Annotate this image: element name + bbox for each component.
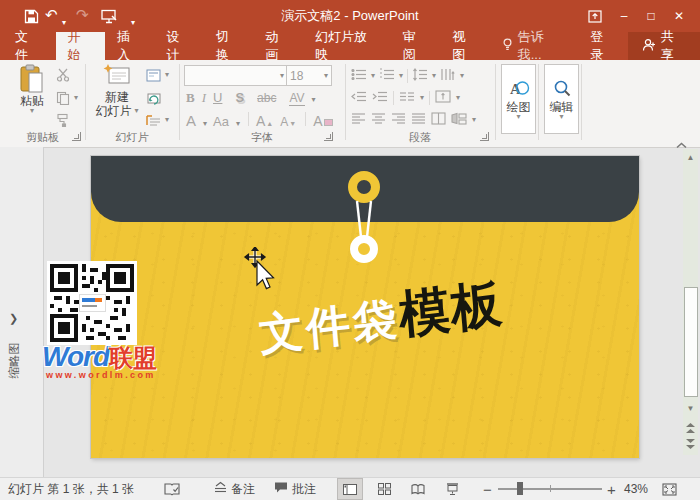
numbering-icon[interactable] xyxy=(379,67,395,85)
zoom-slider-thumb[interactable] xyxy=(517,482,523,495)
smartart-convert-icon[interactable] xyxy=(451,111,467,129)
change-case-button[interactable]: Aa xyxy=(213,114,229,129)
bold-button[interactable]: B xyxy=(186,90,195,106)
qr-code-watermark xyxy=(47,261,137,345)
ribbon-display-options-icon[interactable] xyxy=(582,5,608,27)
fit-to-window-icon[interactable] xyxy=(662,478,677,500)
line-spacing-dropdown-icon[interactable]: ▾ xyxy=(432,73,436,79)
layout-dropdown-icon[interactable]: ▾ xyxy=(165,72,169,78)
sign-in-button[interactable]: 登录 xyxy=(578,32,628,60)
new-slide-button[interactable]: 新建 幻灯片▾ xyxy=(92,64,142,118)
scroll-up-icon[interactable]: ▲ xyxy=(683,150,698,164)
tab-file[interactable]: 文件 xyxy=(0,32,56,60)
numbering-dropdown-icon[interactable]: ▾ xyxy=(399,73,403,79)
font-dialog-launcher[interactable] xyxy=(324,132,333,141)
section-icon[interactable] xyxy=(146,113,161,131)
clear-formatting-button[interactable]: A xyxy=(313,113,332,129)
bullets-dropdown-icon[interactable]: ▾ xyxy=(371,73,375,79)
notes-toggle[interactable]: 备注 xyxy=(214,478,255,500)
zoom-percentage[interactable]: 43% xyxy=(624,478,648,500)
columns-dropdown-icon[interactable]: ▾ xyxy=(420,95,424,101)
drawing-button[interactable]: A 绘图 ▾ xyxy=(501,64,536,134)
slideshow-view-button[interactable] xyxy=(440,479,464,499)
font-color-dropdown-icon[interactable]: ▾ xyxy=(203,121,207,127)
clipboard-dialog-launcher[interactable] xyxy=(72,132,81,141)
copy-icon[interactable] xyxy=(56,91,70,109)
zoom-in-button[interactable]: + xyxy=(607,478,616,500)
underline-button[interactable]: U xyxy=(213,90,222,105)
normal-view-button[interactable] xyxy=(338,479,362,499)
align-text-dropdown-icon[interactable]: ▾ xyxy=(456,95,460,101)
smartart-dropdown-icon[interactable]: ▾ xyxy=(472,117,476,123)
line-spacing-icon[interactable] xyxy=(412,67,428,85)
align-right-icon[interactable] xyxy=(391,111,406,129)
scrollbar-thumb[interactable] xyxy=(684,287,698,397)
tab-animations[interactable]: 动画 xyxy=(254,32,304,60)
comments-toggle[interactable]: 批注 xyxy=(274,478,316,500)
ribbon-tab-row: 文件 开始 插入 设计 切换 动画 幻灯片放映 审阅 视图 告诉我... 登录 … xyxy=(0,32,700,60)
vertical-scrollbar[interactable]: ▲ ▼ xyxy=(683,149,698,455)
reading-view-button[interactable] xyxy=(406,479,430,499)
tab-review[interactable]: 审阅 xyxy=(391,32,441,60)
editing-button[interactable]: 编辑 ▾ xyxy=(544,64,579,134)
reset-slide-icon[interactable] xyxy=(146,91,161,109)
text-direction-icon[interactable] xyxy=(440,67,456,85)
increase-indent-icon[interactable] xyxy=(372,89,388,107)
italic-button[interactable]: I xyxy=(202,90,206,106)
tab-insert[interactable]: 插入 xyxy=(105,32,155,60)
decrease-indent-icon[interactable] xyxy=(351,89,367,107)
strikethrough-button[interactable]: abc xyxy=(257,91,276,105)
shrink-font-button[interactable]: A▼ xyxy=(280,115,296,129)
text-direction-dropdown-icon[interactable]: ▾ xyxy=(460,73,464,79)
zoom-out-button[interactable]: − xyxy=(483,478,492,500)
expand-pane-chevron-icon[interactable]: ❯ xyxy=(9,312,18,325)
grow-font-button[interactable]: A▲ xyxy=(256,113,273,129)
slide-canvas[interactable]: 文件袋模板 xyxy=(91,156,639,458)
spacing-dropdown-icon[interactable]: ▾ xyxy=(312,97,316,103)
thumbnails-pane-label: 缩略图 xyxy=(6,340,23,382)
paragraph-dialog-launcher[interactable] xyxy=(480,132,489,141)
character-spacing-button[interactable]: AV xyxy=(289,91,304,106)
previous-slide-icon[interactable] xyxy=(683,421,698,435)
thumbnails-pane-collapsed[interactable]: ❯ 缩略图 xyxy=(0,147,44,477)
section-dropdown-icon[interactable]: ▾ xyxy=(165,117,169,123)
paragraph-group-label: 段落 xyxy=(345,130,495,145)
split-columns-icon[interactable] xyxy=(431,111,446,129)
format-painter-icon[interactable] xyxy=(56,113,70,131)
align-left-icon[interactable] xyxy=(351,111,366,129)
string-tie-bottom-ring-shape[interactable] xyxy=(350,235,378,263)
tab-view[interactable]: 视图 xyxy=(440,32,490,60)
change-case-dropdown-icon[interactable]: ▾ xyxy=(236,121,240,127)
align-text-icon[interactable] xyxy=(435,89,451,107)
cut-icon[interactable] xyxy=(56,68,71,86)
font-name-combobox[interactable]: ▾ xyxy=(184,65,288,86)
font-extra-row: A ▾ Aa ▾ A▲ A▼ A xyxy=(186,112,340,129)
lightbulb-icon xyxy=(502,38,513,54)
tab-slideshow[interactable]: 幻灯片放映 xyxy=(303,32,391,60)
maximize-button[interactable]: □ xyxy=(638,5,664,27)
bullets-icon[interactable] xyxy=(351,67,367,85)
justify-icon[interactable] xyxy=(411,111,426,129)
spell-check-icon[interactable] xyxy=(164,478,180,500)
layout-icon[interactable] xyxy=(146,68,161,86)
tab-transitions[interactable]: 切换 xyxy=(204,32,254,60)
share-button[interactable]: 共享 xyxy=(628,32,700,60)
tell-me-box[interactable]: 告诉我... xyxy=(490,32,579,60)
next-slide-icon[interactable] xyxy=(683,437,698,451)
close-button[interactable]: ✕ xyxy=(666,5,692,27)
font-size-combobox[interactable]: 18▾ xyxy=(286,65,332,86)
wordlm-logo-lianmeng: 联盟 xyxy=(109,344,157,371)
text-shadow-button[interactable]: S xyxy=(235,90,244,105)
tab-home[interactable]: 开始 xyxy=(56,32,106,60)
minimize-button[interactable]: – xyxy=(611,5,637,27)
add-columns-icon[interactable] xyxy=(399,89,415,107)
font-color-button[interactable]: A xyxy=(186,112,196,129)
align-center-icon[interactable] xyxy=(371,111,386,129)
copy-dropdown-icon[interactable]: ▾ xyxy=(74,95,78,101)
slide-sorter-view-button[interactable] xyxy=(372,479,396,499)
paste-button[interactable]: 粘贴 ▾ xyxy=(12,64,52,114)
paragraph-row-2: ▾ ▾ xyxy=(351,89,460,107)
scroll-down-icon[interactable]: ▼ xyxy=(683,401,698,415)
tab-design[interactable]: 设计 xyxy=(155,32,205,60)
share-person-icon xyxy=(642,38,656,55)
